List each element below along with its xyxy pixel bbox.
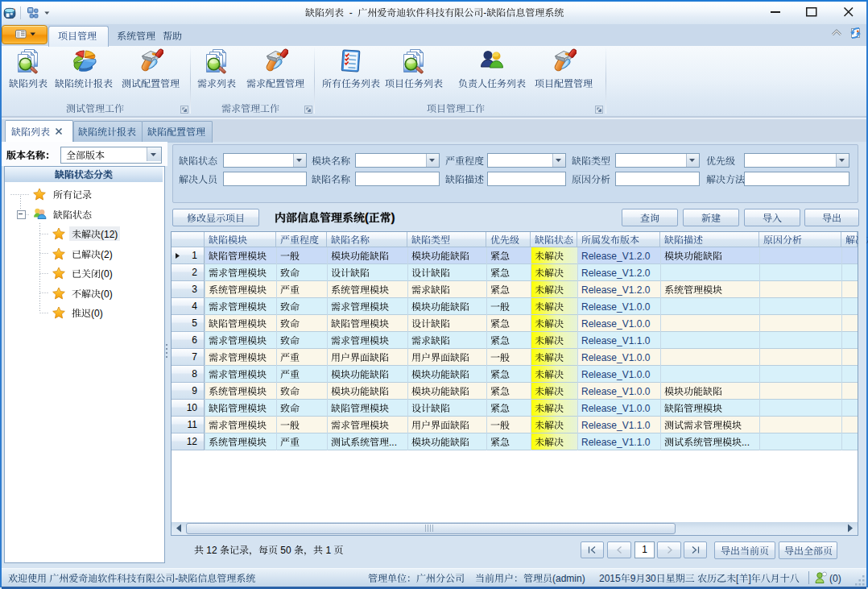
svg-text:(0): (0) [91, 308, 103, 319]
svg-text:12: 12 [206, 545, 217, 556]
svg-text:30: 30 [645, 573, 656, 584]
svg-text:(0): (0) [101, 288, 113, 300]
svg-text:1: 1 [325, 545, 331, 556]
svg-text:(2): (2) [101, 249, 113, 260]
svg-text:[: [ [736, 573, 739, 584]
svg-text:(admin): (admin) [552, 573, 585, 584]
svg-text:]: ] [748, 573, 750, 584]
svg-text:(0): (0) [101, 268, 113, 280]
svg-text:9: 9 [630, 573, 636, 584]
svg-text:50: 50 [280, 545, 291, 556]
svg-text:): ) [391, 211, 395, 224]
svg-text:(: ( [365, 211, 369, 224]
svg-text:-: - [484, 7, 487, 19]
svg-text:(12): (12) [101, 229, 118, 240]
svg-text:2015: 2015 [599, 573, 621, 584]
svg-text:(0): (0) [829, 573, 841, 584]
svg-text:-: - [175, 573, 178, 584]
svg-text:-: - [349, 7, 353, 19]
